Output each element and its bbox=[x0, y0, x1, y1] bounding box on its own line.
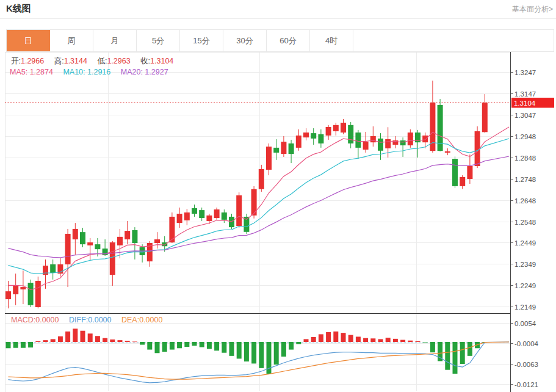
macd-hist-bar bbox=[222, 342, 226, 353]
macd-hist-bar bbox=[356, 336, 361, 342]
ma5-label: MA5: bbox=[10, 68, 27, 76]
macd-hist-bar bbox=[28, 342, 33, 347]
macd-hist-bar bbox=[170, 342, 175, 350]
macd-hist-bar bbox=[326, 332, 331, 342]
ma20-label: MA20: bbox=[121, 68, 143, 76]
candle-body bbox=[192, 208, 197, 214]
price-tick-label: 1.2449 bbox=[514, 239, 536, 247]
candle-body bbox=[318, 134, 323, 143]
open-label: 开: bbox=[11, 57, 21, 65]
candle-body bbox=[132, 230, 137, 243]
macd-hist-bar bbox=[51, 339, 56, 342]
macd-hist-bar bbox=[35, 341, 40, 342]
price-tick-label: 1.3147 bbox=[514, 90, 536, 98]
candle-body bbox=[35, 281, 41, 307]
diff-label: DIFF: bbox=[69, 316, 88, 324]
macd-hist-bar bbox=[43, 340, 48, 342]
high-label: 高: bbox=[54, 57, 64, 65]
macd-tick-label: -0.0121 bbox=[514, 381, 538, 388]
price-tick-label: 1.3047 bbox=[514, 112, 536, 119]
macd-hist-bar bbox=[214, 342, 219, 350]
candle-body bbox=[117, 237, 123, 245]
macd-hist-bar bbox=[184, 342, 189, 347]
candle-body bbox=[80, 232, 85, 244]
candle-body bbox=[467, 166, 472, 179]
candle-body bbox=[333, 125, 339, 131]
price-tick-label: 1.2648 bbox=[514, 197, 536, 205]
macd-hist-bar bbox=[125, 341, 130, 342]
macd-hist-bar bbox=[88, 333, 93, 342]
price-tick-label: 1.2249 bbox=[514, 282, 536, 289]
candle-body bbox=[385, 139, 391, 148]
macd-hist-bar bbox=[460, 342, 465, 364]
macd-hist-bar bbox=[311, 337, 316, 342]
macd-hist-bar bbox=[453, 342, 458, 374]
macd-hist-bar bbox=[251, 342, 256, 363]
candle-body bbox=[177, 214, 182, 223]
candle-body bbox=[169, 217, 175, 242]
macd-hist-bar bbox=[289, 342, 294, 350]
candle-body bbox=[438, 105, 443, 151]
candle-body bbox=[13, 286, 18, 294]
macd-tick-label: -0.0063 bbox=[514, 361, 538, 368]
low-label: 低: bbox=[97, 57, 107, 65]
candle-body bbox=[206, 216, 212, 221]
candle-body bbox=[303, 132, 309, 137]
candle-body bbox=[229, 217, 234, 227]
axis-labels: 1.32471.31471.30471.29481.28481.27481.26… bbox=[510, 69, 539, 388]
macd-hist-bar bbox=[58, 336, 63, 342]
macd-hist-bar bbox=[73, 328, 78, 342]
price-tick-label: 1.2748 bbox=[514, 176, 536, 183]
close-value: 1.3104 bbox=[150, 57, 173, 65]
candle-body bbox=[266, 147, 272, 170]
candle-body bbox=[348, 125, 353, 143]
candle-body bbox=[370, 136, 376, 142]
macd-hist-bar bbox=[244, 342, 249, 361]
macd-tick-label: -0.0004 bbox=[514, 340, 539, 347]
candle-body bbox=[199, 210, 204, 218]
macd-hist-bar bbox=[200, 342, 204, 347]
low-value: 1.2963 bbox=[107, 57, 130, 65]
dea-label: DEA: bbox=[121, 316, 139, 324]
candle-body bbox=[87, 242, 93, 245]
macd-hist-bar bbox=[378, 339, 383, 342]
macd-hist-bar bbox=[370, 338, 375, 342]
close-label: 收: bbox=[140, 57, 150, 65]
candle-body bbox=[422, 136, 428, 142]
ma10-value: 1.2916 bbox=[87, 68, 110, 76]
candle-body bbox=[50, 264, 56, 273]
diff-value: 0.0000 bbox=[88, 316, 111, 324]
candle-body bbox=[378, 139, 383, 151]
candle-body bbox=[392, 140, 398, 145]
macd-hist-bar bbox=[177, 342, 182, 348]
macd-hist-bar bbox=[103, 338, 107, 342]
candle-body bbox=[259, 169, 264, 189]
macd-tick-label: 0.0054 bbox=[514, 320, 536, 327]
ma10-line bbox=[9, 139, 510, 274]
macd-hist-bar bbox=[259, 342, 264, 368]
ma5-line bbox=[9, 127, 510, 289]
macd-hist-bar bbox=[147, 342, 152, 350]
macd-hist-bar bbox=[423, 342, 428, 343]
candle-body bbox=[363, 142, 369, 150]
macd-hist-bar bbox=[162, 342, 167, 352]
macd-hist-bar bbox=[348, 335, 353, 342]
candle-body bbox=[408, 132, 413, 145]
price-tick-label: 1.3247 bbox=[514, 69, 536, 76]
candle-body bbox=[400, 140, 406, 145]
candle-body bbox=[222, 212, 227, 220]
candle-body bbox=[460, 177, 465, 186]
candle-body bbox=[184, 212, 190, 220]
macd-hist-bar bbox=[81, 331, 85, 342]
dea-value: 0.0000 bbox=[139, 316, 162, 324]
candlesticks bbox=[5, 81, 488, 308]
macd-hist-bar bbox=[281, 342, 286, 357]
open-value: 1.2966 bbox=[21, 57, 44, 65]
candle-body bbox=[73, 229, 78, 239]
macd-hist-bar bbox=[155, 342, 160, 353]
candle-body bbox=[452, 159, 458, 186]
macd-hist-bar bbox=[95, 336, 100, 342]
candle-body bbox=[289, 143, 294, 154]
ma-lines bbox=[9, 127, 510, 289]
macd-hist-bar bbox=[363, 338, 368, 342]
